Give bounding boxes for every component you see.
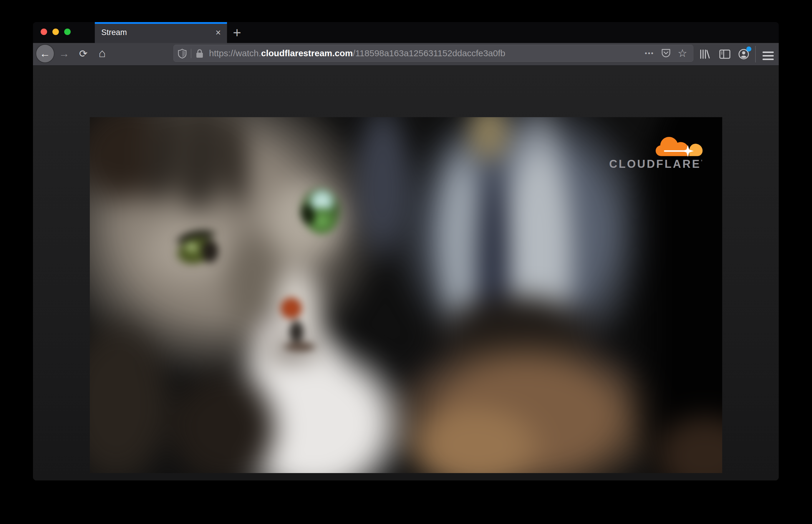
url-bar[interactable]: https://watch.cloudflarestream.com/11859… bbox=[174, 45, 693, 62]
tab-bar: Stream × + bbox=[33, 22, 779, 43]
navigation-toolbar: ← → ⟳ ⌂ https://watc bbox=[33, 43, 779, 66]
pocket-icon bbox=[660, 48, 671, 59]
zoom-window-button[interactable] bbox=[64, 29, 71, 35]
bookmark-star-button[interactable]: ☆ bbox=[674, 45, 691, 62]
sidebar-icon bbox=[718, 47, 732, 61]
url-bar-divider bbox=[191, 49, 191, 58]
window-controls bbox=[40, 29, 71, 35]
url-path: /118598a163a125631152ddaccfe3a0fb bbox=[353, 48, 505, 58]
browser-window: Stream × + ← → ⟳ ⌂ bbox=[33, 22, 779, 480]
lock-icon[interactable] bbox=[195, 49, 204, 59]
home-button[interactable]: ⌂ bbox=[95, 46, 109, 60]
forward-icon: → bbox=[59, 47, 69, 60]
page-content: CLOUDFLARE’ bbox=[33, 66, 779, 480]
tab-stream[interactable]: Stream × bbox=[95, 22, 227, 43]
home-icon: ⌂ bbox=[99, 47, 106, 60]
new-tab-button[interactable]: + bbox=[228, 24, 246, 41]
video-player[interactable]: CLOUDFLARE’ bbox=[90, 117, 722, 473]
url-text: https://watch.cloudflarestream.com/11859… bbox=[209, 45, 505, 62]
trademark-mark: ’ bbox=[701, 159, 702, 165]
sidebar-toggle-button[interactable] bbox=[717, 47, 732, 62]
url-domain: cloudflarestream.com bbox=[261, 48, 353, 58]
reload-button[interactable]: ⟳ bbox=[76, 47, 91, 61]
library-icon bbox=[698, 48, 711, 61]
close-window-button[interactable] bbox=[40, 29, 47, 35]
back-icon: ← bbox=[40, 47, 50, 60]
forward-button[interactable]: → bbox=[57, 47, 71, 61]
cat-face-features bbox=[90, 117, 722, 473]
page-actions-button[interactable]: ••• bbox=[641, 45, 658, 62]
back-button[interactable]: ← bbox=[36, 44, 54, 63]
menu-button[interactable] bbox=[761, 47, 776, 62]
reload-icon: ⟳ bbox=[79, 48, 88, 59]
tracking-protection-shield-icon[interactable] bbox=[177, 48, 188, 59]
account-notification-dot bbox=[746, 47, 751, 51]
hamburger-icon bbox=[763, 51, 774, 53]
cloudflare-cloud-icon bbox=[656, 134, 703, 157]
tab-close-button[interactable]: × bbox=[212, 26, 225, 39]
cloudflare-wordmark: CLOUDFLARE’ bbox=[609, 158, 702, 170]
minimize-window-button[interactable] bbox=[52, 29, 59, 35]
cat-nose bbox=[278, 295, 304, 321]
url-scheme-host: https://watch. bbox=[209, 48, 261, 58]
tab-title: Stream bbox=[101, 28, 212, 37]
cloudflare-logo: CLOUDFLARE’ bbox=[608, 134, 710, 170]
pocket-save-button[interactable] bbox=[658, 45, 674, 62]
library-button[interactable] bbox=[697, 47, 712, 62]
toolbar-divider bbox=[755, 46, 756, 62]
